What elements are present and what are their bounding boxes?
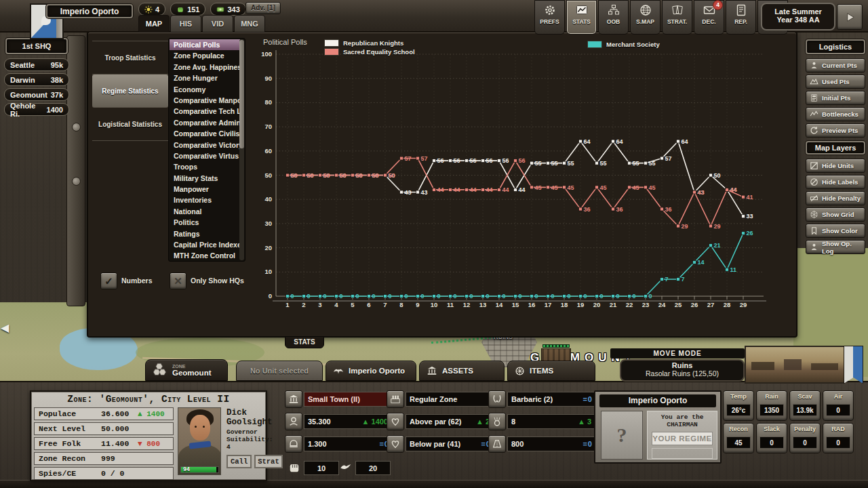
nav-tab-his[interactable]: HIS [170, 15, 201, 33]
stat-list-item[interactable]: Economy [170, 84, 240, 95]
gear-icon [544, 4, 556, 16]
sidebar-button-showoplog[interactable]: Show Op. Log [806, 240, 865, 254]
stat-list-item[interactable]: Zone Hunger [170, 73, 240, 83]
top-button-smap[interactable]: S.MAP [630, 0, 660, 35]
tab-zone[interactable]: ZONE Geomount [145, 359, 228, 381]
stat-list-item[interactable]: National [170, 206, 240, 217]
stat-list-item[interactable]: Politics [170, 217, 240, 228]
sidebar-button-hidepenalty[interactable]: Hide Penalty [806, 191, 865, 205]
stat-list-item[interactable]: Comparative Tech Level [170, 106, 240, 117]
stat-category-logistical[interactable]: Logistical Statistics [92, 108, 168, 141]
stat-category-troop[interactable]: Troop Statistics [92, 41, 168, 75]
end-turn-button[interactable] [837, 4, 863, 30]
svg-text:44: 44 [502, 186, 509, 193]
health-bar: 94 [180, 466, 219, 473]
sidebar-button-bottlenecks[interactable]: Bottlenecks [806, 107, 865, 121]
stat-list-item[interactable]: MTH Zone Control [170, 250, 240, 261]
list-scrollbar[interactable] [239, 39, 244, 260]
stat-list-item[interactable]: Political Polls [170, 39, 240, 50]
gauge-temp: Temp26°c [723, 390, 754, 421]
sidebar-button-showcolor[interactable]: Show Color [806, 224, 865, 238]
governor-portrait[interactable]: 94 [178, 407, 221, 475]
eagle-icon [333, 365, 344, 376]
top-button-strat[interactable]: STRAT. [662, 0, 692, 35]
scroll-left-arrow[interactable]: ◀ [1, 321, 9, 334]
svg-text:13: 13 [479, 301, 487, 308]
left-tool-strip [66, 35, 85, 306]
stat-list-item[interactable]: Military Stats [170, 173, 240, 184]
top-button-rep[interactable]: REP. [726, 0, 756, 35]
stat-list-item[interactable]: Inventories [170, 195, 240, 205]
svg-text:0: 0 [470, 293, 473, 300]
tab-unit[interactable]: No Unit selected [236, 361, 323, 381]
nav-tab-mng[interactable]: MNG [234, 15, 265, 33]
stat-category-menu: Troop StatisticsRegime StatisticsLogisti… [92, 41, 168, 141]
tool-knob[interactable] [72, 123, 81, 131]
ruin-silhouette [811, 363, 838, 370]
stat-list-item[interactable]: Comparative Manpower [170, 95, 240, 106]
strat-button[interactable]: Strat [254, 455, 283, 468]
top-button-oob[interactable]: OOB [598, 0, 629, 35]
gauge-rad: RAD0 [823, 423, 854, 453]
sidebar-button-label: Show Grid [822, 211, 854, 218]
svg-text:11: 11 [447, 301, 454, 308]
svg-text:5: 5 [351, 301, 355, 308]
nav-tab-map[interactable]: MAP [138, 15, 170, 33]
tab-regime[interactable]: Imperio Oporto [326, 361, 416, 381]
person-icon [810, 61, 818, 70]
svg-text:40: 40 [264, 195, 272, 203]
regime-name-plate[interactable]: Imperio Oporto [46, 4, 133, 18]
gauge-rain: Rain1350 [756, 390, 787, 421]
your-regime-button[interactable]: YOUR REGIME [652, 432, 713, 445]
city-button-darwin[interactable]: Darwin38k [4, 73, 69, 86]
tool-knob[interactable] [72, 177, 81, 186]
checkbox-numbers[interactable]: ✓ [100, 272, 117, 289]
stat-list-item[interactable]: Ratings [170, 228, 240, 239]
svg-text:24: 24 [658, 301, 666, 308]
top-button-stats[interactable]: STATS [566, 0, 597, 35]
nav-tab-vid[interactable]: VID [202, 15, 233, 33]
stat-category-regime[interactable]: Regime Statistics [92, 75, 168, 108]
sidebar-button-showgrid[interactable]: Show Grid [806, 207, 865, 222]
top-button-dec[interactable]: DEC.4 [694, 0, 724, 35]
gauge-value: 0 [760, 436, 784, 449]
stat-list-item[interactable]: Comparative Civilisation [170, 128, 240, 139]
checkbox-onlyshowhqs[interactable]: ✕ [170, 272, 186, 289]
stat-list-item[interactable]: Troops [170, 161, 240, 172]
sidebar-button-label: Show Op. Log [822, 240, 865, 255]
svg-text:60: 60 [264, 147, 272, 155]
scrollbar-thumb[interactable] [239, 40, 244, 148]
sidebar-button-usedpts[interactable]: Used Pts [806, 75, 865, 89]
stat-list-item[interactable]: Comparative Victory Score [170, 140, 240, 150]
city-button-qeholeri[interactable]: Qehole Ri.1400 [4, 103, 69, 116]
shq-button[interactable]: 1st SHQ [5, 38, 68, 54]
advisor-button[interactable]: Adv. [1] [245, 2, 281, 14]
tab-assets[interactable]: ASSETS [419, 361, 505, 381]
top-button-prefs[interactable]: PREFS [534, 0, 565, 35]
stat-list-item[interactable]: Zone Avg. Happiness [170, 62, 240, 73]
stat-list-item[interactable]: Comparative Virtus Score [170, 150, 240, 161]
tab-items[interactable]: ITEMS [507, 361, 595, 381]
stat-list-item[interactable]: Comparative Admin Level [170, 117, 240, 128]
sidebar-button-currentpts[interactable]: Current Pts [806, 58, 865, 73]
zone-stat-value: Barbaric (2) [511, 395, 553, 403]
cash-icon [216, 5, 224, 14]
stat-list-item[interactable]: Capital Price Indexes [170, 239, 240, 250]
gauge-label: Temp [724, 393, 753, 400]
sidebar-button-initialpts[interactable]: Initial Pts [806, 91, 865, 105]
zone-row-label: Zone Recon [39, 454, 85, 463]
sidebar-button-hidelabels[interactable]: Hide Labels [806, 175, 865, 189]
stats-drawer-tab[interactable]: STATS [285, 336, 324, 348]
city-button-seattle[interactable]: Seattle95k [4, 58, 69, 71]
sidebar-button-previewpts[interactable]: Preview Pts [806, 123, 865, 138]
stat-list-item[interactable]: Manpower [170, 184, 240, 195]
city-name: Qehole Ri. [10, 102, 47, 118]
svg-text:14: 14 [698, 259, 705, 266]
svg-text:57: 57 [665, 155, 672, 162]
call-button[interactable]: Call [226, 455, 252, 468]
svg-text:29: 29 [714, 223, 721, 230]
stat-list-item[interactable]: Zone Populace [170, 50, 240, 61]
sidebar-button-hideunits[interactable]: Hide Units [806, 159, 865, 173]
city-button-geomount[interactable]: Geomount37k [4, 88, 69, 101]
ruin-silhouette [751, 362, 774, 370]
